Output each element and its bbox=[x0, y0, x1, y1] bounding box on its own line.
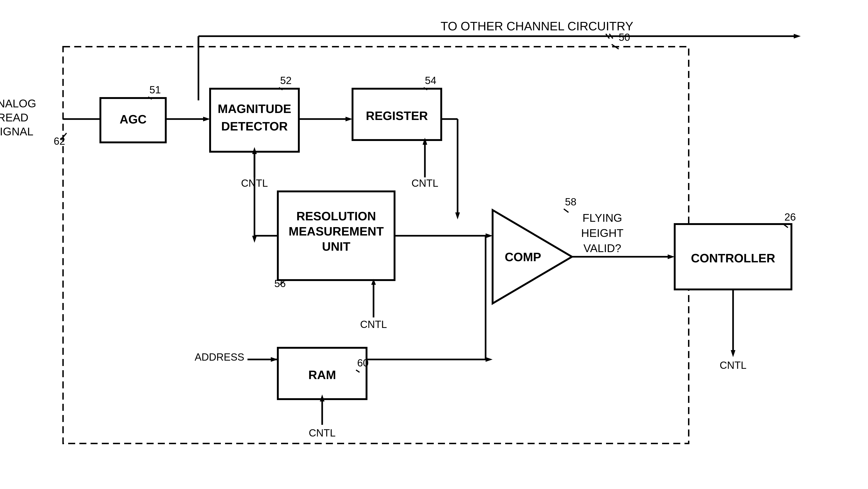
rmu-label3: UNIT bbox=[322, 240, 350, 253]
cntl-rmu-label: CNTL bbox=[360, 319, 387, 330]
ref-56: 56 bbox=[274, 278, 286, 289]
ref-52: 52 bbox=[280, 75, 291, 86]
ref-51: 51 bbox=[149, 84, 161, 95]
register-label: REGISTER bbox=[366, 109, 428, 123]
cntl-ram-label: CNTL bbox=[309, 427, 336, 438]
circuit-diagram: 50 TO OTHER CHANNEL CIRCUITRY ANALOG REA… bbox=[0, 0, 868, 489]
rmu-label1: RESOLUTION bbox=[297, 209, 376, 223]
cntl-ctrl-label: CNTL bbox=[720, 359, 747, 371]
cntl-reg-label: CNTL bbox=[411, 177, 438, 189]
analog-read-signal-label3: SIGNAL bbox=[0, 125, 33, 138]
flying-height-valid-label3: VALID? bbox=[583, 242, 621, 254]
ref-54: 54 bbox=[425, 75, 436, 86]
to-other-channel-label: TO OTHER CHANNEL CIRCUITRY bbox=[440, 20, 633, 33]
flying-height-valid-label1: FLYING bbox=[583, 212, 622, 224]
address-label: ADDRESS bbox=[195, 351, 244, 363]
controller-label: CONTROLLER bbox=[691, 251, 775, 265]
ref-26: 26 bbox=[784, 211, 796, 223]
analog-read-signal-label2: READ bbox=[0, 111, 29, 124]
comp-label: COMP bbox=[505, 250, 541, 264]
mag-det-label1: MAGNITUDE bbox=[218, 102, 291, 116]
mag-det-label2: DETECTOR bbox=[221, 120, 288, 133]
flying-height-valid-label2: HEIGHT bbox=[581, 227, 623, 239]
ram-label: RAM bbox=[308, 368, 336, 382]
agc-label: AGC bbox=[120, 112, 147, 126]
ref-50: 50 bbox=[619, 32, 630, 43]
ref-58: 58 bbox=[565, 196, 577, 207]
analog-read-signal-label: ANALOG bbox=[0, 97, 36, 110]
rmu-label2: MEASUREMENT bbox=[288, 225, 384, 238]
